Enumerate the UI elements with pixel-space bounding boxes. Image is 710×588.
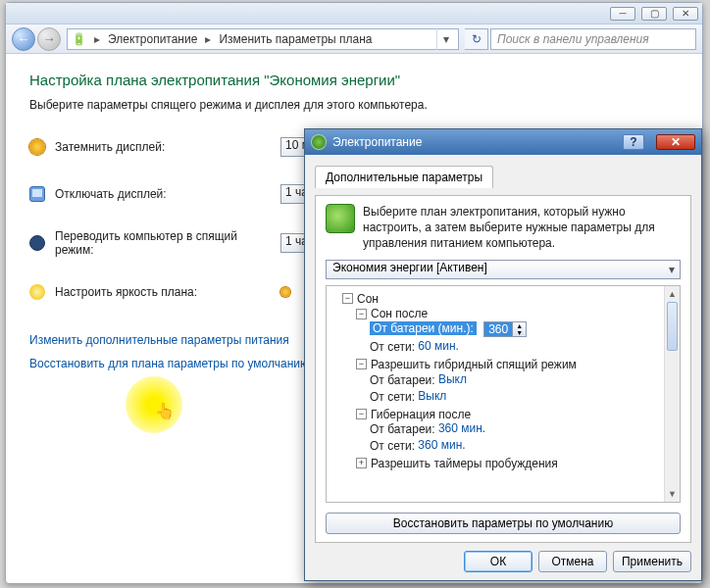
search-input[interactable]: Поиск в панели управления (490, 28, 696, 50)
tree-node-hybrid[interactable]: Разрешить гибридный спящий режим (371, 358, 577, 371)
spinner-buttons[interactable]: ▲▼ (512, 322, 526, 336)
dialog-titlebar[interactable]: Электропитание ? ✕ (305, 129, 701, 155)
search-placeholder: Поиск в панели управления (497, 32, 649, 46)
plan-selector-combo[interactable]: Экономия энергии [Активен] (326, 260, 681, 279)
tree-hib-batt-label: От батареи: (370, 422, 435, 436)
collapse-icon[interactable]: − (342, 293, 353, 304)
tree-node-sleep-after[interactable]: Сон после (371, 307, 428, 320)
navigation-bar: ← → 🔋 ▸ Электропитание ▸ Изменить параме… (6, 24, 702, 54)
dialog-close-button[interactable]: ✕ (656, 134, 695, 150)
close-button[interactable]: ✕ (673, 7, 698, 21)
brightness-label: Настроить яркость плана: (55, 285, 271, 299)
tree-node-sleep[interactable]: Сон (357, 291, 379, 305)
sleep-label: Переводить компьютер в спящий режим: (55, 229, 271, 257)
battery-minutes-spinner[interactable]: 360▲▼ (483, 321, 527, 337)
power-options-icon: 🔋 (72, 32, 86, 46)
apply-button[interactable]: Применить (613, 551, 691, 572)
dim-display-label: Затемнить дисплей: (55, 140, 271, 154)
back-button[interactable]: ← (12, 27, 35, 51)
chevron-right-icon: ▸ (203, 32, 213, 46)
dialog-info-text: Выберите план электропитания, который ну… (363, 204, 681, 252)
tree-hib-batt-value[interactable]: 360 мин. (438, 421, 485, 435)
address-dropdown[interactable]: ▾ (436, 28, 454, 50)
collapse-icon[interactable]: − (356, 309, 367, 319)
power-plan-icon (311, 134, 327, 150)
dialog-title: Электропитание (332, 135, 617, 149)
tree-net-value[interactable]: 60 мин. (418, 339, 459, 353)
dialog-button-row: ОК Отмена Применить (315, 551, 691, 572)
scroll-thumb[interactable] (667, 302, 678, 351)
tab-strip: Дополнительные параметры (315, 165, 691, 187)
window-titlebar[interactable]: ─ ▢ ✕ (6, 3, 702, 24)
brightness-min-icon (280, 287, 290, 297)
tree-hybrid-batt-label: От батареи: (370, 373, 435, 387)
sleep-icon (29, 235, 45, 251)
breadcrumb-seg-2[interactable]: Изменить параметры плана (219, 32, 372, 46)
tree-scrollbar[interactable]: ▲ ▼ (664, 286, 680, 502)
turn-off-display-icon (29, 186, 45, 202)
tree-net-label: От сети: (370, 340, 415, 354)
settings-tree[interactable]: −Сон −Сон после От батареи (мин.): 360▲▼ (326, 285, 681, 503)
expand-icon[interactable]: + (356, 458, 367, 468)
tree-battery-minutes-label[interactable]: От батареи (мин.): (370, 321, 477, 335)
brightness-icon (29, 284, 45, 300)
tab-advanced[interactable]: Дополнительные параметры (315, 166, 493, 188)
cancel-button[interactable]: Отмена (538, 551, 607, 572)
tree-node-hibernate[interactable]: Гибернация после (371, 407, 471, 420)
dim-display-icon (29, 139, 45, 155)
maximize-button[interactable]: ▢ (641, 7, 667, 21)
tree-hybrid-net-label: От сети: (370, 390, 415, 404)
scroll-down-icon[interactable]: ▼ (665, 486, 680, 502)
minimize-button[interactable]: ─ (610, 7, 635, 21)
tree-hybrid-batt-value[interactable]: Выкл (438, 372, 467, 386)
tree-node-wake-timers[interactable]: Разрешить таймеры пробуждения (371, 457, 558, 470)
battery-minutes-value[interactable]: 360 (484, 322, 512, 336)
power-options-dialog: Электропитание ? ✕ Дополнительные параме… (304, 128, 702, 581)
restore-defaults-button[interactable]: Восстановить параметры по умолчанию (326, 513, 681, 534)
scroll-up-icon[interactable]: ▲ (665, 286, 680, 302)
help-button[interactable]: ? (623, 134, 644, 150)
page-subtitle: Выберите параметры спящего режима и дисп… (29, 98, 679, 112)
address-bar[interactable]: 🔋 ▸ Электропитание ▸ Изменить параметры … (67, 28, 459, 50)
ok-button[interactable]: ОК (464, 551, 532, 572)
breadcrumb-seg-1[interactable]: Электропитание (108, 32, 197, 46)
forward-button: → (37, 27, 61, 51)
refresh-button[interactable]: ↻ (465, 28, 488, 50)
tree-hib-net-value[interactable]: 360 мин. (418, 438, 465, 452)
collapse-icon[interactable]: − (356, 409, 367, 419)
tree-hib-net-label: От сети: (370, 439, 415, 453)
battery-icon (326, 204, 355, 233)
page-title: Настройка плана электропитания "Экономия… (29, 72, 679, 88)
chevron-right-icon: ▸ (92, 32, 102, 46)
collapse-icon[interactable]: − (356, 359, 367, 369)
tree-hybrid-net-value[interactable]: Выкл (418, 389, 446, 403)
tab-panel: Выберите план электропитания, который ну… (315, 195, 691, 543)
turn-off-display-label: Отключать дисплей: (55, 187, 271, 201)
